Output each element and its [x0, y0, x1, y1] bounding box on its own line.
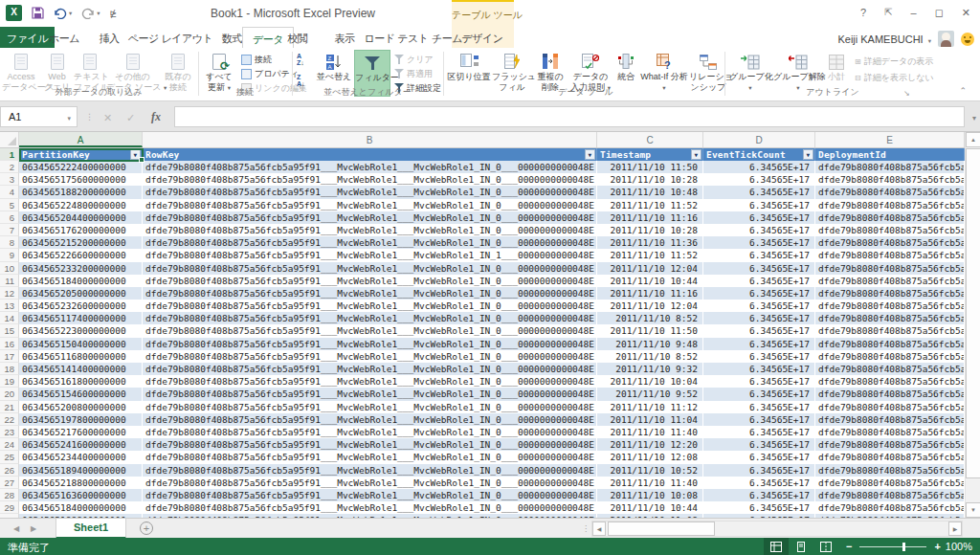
table-row[interactable]: 15 0634565223000000000 dfde79b8080f408b8…: [0, 324, 965, 337]
existing-connections-button[interactable]: 既存の接続: [161, 50, 195, 92]
table-row[interactable]: 3 0634565175600000000 dfde79b8080f408b87…: [0, 173, 965, 186]
filter-dropdown-icon[interactable]: ▼: [130, 149, 141, 160]
header-timestamp[interactable]: Timestamp▼: [597, 148, 703, 161]
show-detail-button[interactable]: ⊞詳細データの表示: [855, 55, 933, 68]
tab-loadtest[interactable]: ロード テスト: [365, 27, 429, 48]
page-break-view-icon[interactable]: [813, 538, 838, 555]
properties-button[interactable]: プロパティ: [241, 67, 299, 80]
text-to-columns-button[interactable]: 区切り位置: [446, 50, 492, 82]
sheet-tab-sheet1[interactable]: Sheet1: [56, 519, 126, 539]
table-row[interactable]: 22 0634565197800000000 dfde79b8080f408b8…: [0, 413, 965, 426]
table-row[interactable]: 26 0634565189400000000 dfde79b8080f408b8…: [0, 464, 965, 477]
flash-fill-button[interactable]: フラッシュフィル: [492, 50, 532, 92]
select-all-corner[interactable]: [0, 132, 19, 147]
col-head-C[interactable]: C: [597, 132, 703, 147]
refresh-all-button[interactable]: ⟳ すべて更新 ▾: [201, 50, 237, 93]
sort-desc-icon[interactable]: ZA↓: [297, 74, 312, 92]
clear-filter-button[interactable]: クリア: [394, 53, 434, 66]
table-row[interactable]: 18 0634565141400000000 dfde79b8080f408b8…: [0, 363, 965, 375]
header-rowkey[interactable]: RowKey▼: [143, 148, 597, 161]
header-partitionkey[interactable]: PartitionKey▼: [19, 148, 143, 161]
help-icon[interactable]: ?: [860, 7, 866, 19]
table-row[interactable]: 9 0634565226600000000 dfde79b8080f408b87…: [0, 249, 965, 261]
header-eventtickcount[interactable]: EventTickCount▼: [703, 148, 815, 161]
scroll-left-icon[interactable]: ◀: [592, 522, 606, 536]
table-row[interactable]: 28 0634565163600000000 dfde79b8080f408b8…: [0, 489, 965, 501]
name-box[interactable]: A1▾: [0, 106, 78, 127]
table-row[interactable]: 5 0634565224800000000 dfde79b8080f408b87…: [0, 199, 965, 211]
col-head-E[interactable]: E: [815, 132, 965, 147]
tab-review[interactable]: 校閲: [288, 27, 308, 48]
sheet-next-icon[interactable]: ▶: [31, 524, 36, 533]
horizontal-scrollbar[interactable]: ◀ ▶: [591, 521, 963, 537]
feedback-smiley-icon[interactable]: [961, 33, 974, 46]
formula-bar-expand-icon[interactable]: ▾: [972, 114, 976, 122]
tab-home[interactable]: ホーム: [49, 27, 79, 48]
vscroll-thumb[interactable]: [966, 148, 980, 478]
filter-dropdown-icon[interactable]: ▼: [803, 149, 813, 160]
table-row[interactable]: 12 0634565205000000000 dfde79b8080f408b8…: [0, 287, 965, 300]
normal-view-icon[interactable]: [764, 538, 789, 555]
subtotal-button[interactable]: 小計: [823, 50, 850, 82]
relationships-button[interactable]: リレーションシップ: [689, 50, 727, 92]
tab-view[interactable]: 表示: [335, 27, 355, 48]
restore-icon[interactable]: ◻: [935, 7, 944, 19]
col-head-D[interactable]: D: [703, 132, 815, 147]
consolidate-button[interactable]: 統合: [612, 50, 639, 82]
col-head-B[interactable]: B: [143, 132, 597, 147]
table-row[interactable]: 21 0634565200800000000 dfde79b8080f408b8…: [0, 401, 965, 413]
table-row[interactable]: 19 0634565161800000000 dfde79b8080f408b8…: [0, 375, 965, 388]
what-if-button[interactable]: ? What-If 分析▾: [639, 50, 689, 93]
tab-pagelayout[interactable]: ページ レイアウト: [128, 27, 212, 48]
tab-insert[interactable]: 挿入: [100, 27, 120, 48]
tab-file[interactable]: ファイル: [0, 27, 55, 48]
table-row[interactable]: 13 0634565232600000000 dfde79b8080f408b8…: [0, 300, 965, 312]
table-row[interactable]: 17 0634565116800000000 dfde79b8080f408b8…: [0, 350, 965, 363]
hscroll-thumb[interactable]: [608, 522, 715, 536]
table-row[interactable]: 14 0634565117400000000 dfde79b8080f408b8…: [0, 312, 965, 324]
close-icon[interactable]: ✕: [962, 7, 970, 19]
scroll-right-icon[interactable]: ▶: [948, 522, 962, 536]
table-row[interactable]: 4 0634565188200000000 dfde79b8080f408b87…: [0, 186, 965, 198]
tab-data[interactable]: データ: [242, 27, 294, 48]
connections-button[interactable]: 接続: [241, 53, 272, 66]
formula-input[interactable]: [174, 106, 965, 127]
table-row[interactable]: 6 0634565204400000000 dfde79b8080f408b87…: [0, 211, 965, 224]
zoom-slider[interactable]: [902, 543, 905, 551]
tab-formulas[interactable]: 数式: [222, 27, 242, 48]
tab-team[interactable]: チーム: [432, 27, 462, 48]
filter-dropdown-icon[interactable]: ▼: [585, 149, 595, 160]
table-row[interactable]: 27 0634565218800000000 dfde79b8080f408b8…: [0, 477, 965, 489]
table-row[interactable]: 29 0634565184000000000 dfde79b8080f408b8…: [0, 501, 965, 514]
table-row[interactable]: 25 0634565234400000000 dfde79b8080f408b8…: [0, 451, 965, 463]
group-button[interactable]: グループ化▾: [729, 50, 771, 93]
outline-dialog-launcher-icon[interactable]: ↘: [903, 89, 910, 98]
collapse-ribbon-icon[interactable]: ⌃: [959, 86, 967, 96]
table-row[interactable]: 7 0634565176200000000 dfde79b8080f408b87…: [0, 224, 965, 236]
tab-design[interactable]: デザイン: [461, 27, 502, 48]
table-row[interactable]: 2 0634565222400000000 dfde79b8080f408b87…: [0, 161, 965, 173]
zoom-in-icon[interactable]: +: [934, 541, 940, 552]
page-layout-view-icon[interactable]: [789, 538, 813, 555]
table-row[interactable]: 23 0634565217600000000 dfde79b8080f408b8…: [0, 426, 965, 438]
minimize-icon[interactable]: –: [911, 7, 917, 19]
tab-splitter[interactable]: ⋮: [582, 524, 590, 533]
reapply-button[interactable]: 再適用: [394, 67, 433, 80]
ribbon-display-icon[interactable]: ⇱: [884, 7, 892, 19]
scroll-down-icon[interactable]: ▼: [966, 502, 980, 518]
hide-detail-button[interactable]: ⊟詳細を表示しない: [855, 71, 934, 84]
sort-button[interactable]: ZA 並べ替え: [314, 50, 354, 82]
insert-function-icon[interactable]: fx: [151, 110, 161, 124]
scroll-up-icon[interactable]: ▲: [966, 132, 980, 147]
header-deploymentid[interactable]: DeploymentId: [815, 148, 965, 161]
new-sheet-icon[interactable]: +: [140, 522, 153, 535]
enter-formula-icon[interactable]: ✓: [126, 112, 135, 124]
table-row[interactable]: 11 0634565184000000000 dfde79b8080f408b8…: [0, 275, 965, 287]
user-avatar[interactable]: [938, 31, 954, 47]
filter-dropdown-icon[interactable]: ▼: [691, 149, 702, 160]
vertical-scrollbar[interactable]: ▲ ▼: [965, 132, 980, 518]
sort-asc-icon[interactable]: AZ↓: [297, 53, 312, 71]
cancel-formula-icon[interactable]: ✕: [103, 112, 112, 124]
zoom-percent[interactable]: 100%: [946, 541, 972, 552]
table-row[interactable]: 24 0634565241600000000 dfde79b8080f408b8…: [0, 438, 965, 451]
